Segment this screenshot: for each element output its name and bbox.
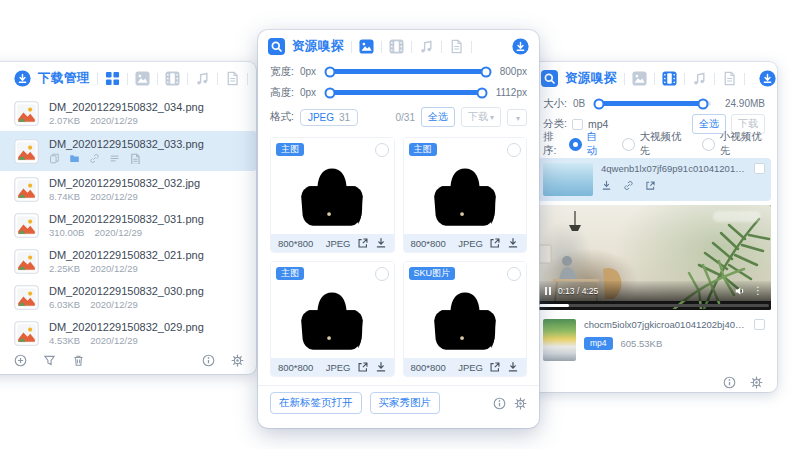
download-icon[interactable]	[375, 237, 387, 249]
size-max: 24.90MB	[725, 98, 765, 109]
open-external-icon[interactable]	[489, 361, 501, 373]
plus-circle-icon[interactable]	[14, 354, 27, 367]
more-vertical-icon[interactable]: ⋮	[753, 286, 763, 296]
slider-handle-min[interactable]	[325, 66, 336, 77]
sort-auto-radio[interactable]	[569, 138, 582, 151]
sort-row: 排序: 自动 大视频优先 小视频优先	[531, 134, 777, 154]
download-circle-icon[interactable]	[512, 38, 529, 55]
open-folder-icon[interactable]	[69, 153, 80, 164]
buyer-show-button[interactable]: 买家秀图片	[370, 392, 441, 414]
filter-icon[interactable]	[43, 354, 56, 367]
list-icon[interactable]	[109, 153, 120, 164]
file-size: 2.25KB	[49, 263, 80, 274]
download-manager-footer	[0, 349, 256, 374]
info-icon[interactable]	[493, 397, 506, 410]
select-all-button[interactable]: 全选	[421, 107, 455, 127]
collapse-button[interactable]: ▾	[507, 109, 527, 126]
panel-title: 资源嗅探	[292, 38, 344, 55]
image-card[interactable]: 主图 800*800 JPEG	[403, 137, 528, 253]
width-slider[interactable]	[330, 69, 486, 74]
music-tab-icon[interactable]	[419, 39, 434, 54]
video-tab-icon[interactable]	[389, 39, 404, 54]
file-row[interactable]: DM_20201229150832_034.png 2.07KB2020/12/…	[0, 95, 256, 131]
grid-view-icon[interactable]	[105, 71, 120, 86]
file-row-selected[interactable]: DM_20201229150832_033.png	[0, 131, 256, 171]
settings-icon[interactable]	[514, 397, 527, 410]
video-player[interactable]: 0:13 / 4:25 ⋮	[537, 205, 771, 310]
trash-icon[interactable]	[72, 354, 85, 367]
format-value: JPEG	[308, 112, 334, 123]
height-max: 1112px	[496, 87, 527, 98]
card-checkbox[interactable]	[507, 143, 521, 157]
link-icon[interactable]	[89, 153, 100, 164]
size-slider[interactable]	[599, 101, 711, 106]
video-checkbox[interactable]	[754, 319, 765, 330]
file-row[interactable]: DM_20201229150832_032.jpg 8.74KB2020/12/…	[0, 171, 256, 207]
file-date: 2020/12/29	[90, 115, 138, 126]
document-tab-icon[interactable]	[722, 71, 737, 86]
format-chip[interactable]: JPEG 31	[300, 109, 358, 126]
image-format: JPEG	[326, 362, 351, 373]
height-slider[interactable]	[330, 90, 482, 95]
image-thumbnail-icon	[14, 249, 39, 274]
video-list-item-selected[interactable]: 4qwenb1lx07jf69p91c01041201lzx0e0...	[537, 158, 771, 201]
file-row[interactable]: DM_20201229150832_031.png 310.00B2020/12…	[0, 207, 256, 243]
link-icon[interactable]	[623, 180, 634, 191]
download-icon[interactable]	[507, 361, 519, 373]
sort-small-first-radio[interactable]	[702, 138, 715, 151]
image-card[interactable]: 主图 800*800 JPEG	[270, 137, 395, 253]
download-icon[interactable]	[601, 180, 612, 191]
image-card[interactable]: SKU图片 800*800 JPEG	[403, 261, 528, 377]
video-tab-icon[interactable]	[662, 71, 677, 86]
file-row[interactable]: DM_20201229150832_030.png 6.03KB2020/12/…	[0, 279, 256, 315]
video-checkbox[interactable]	[754, 163, 765, 174]
slider-handle-min[interactable]	[325, 87, 336, 98]
image-tab-icon[interactable]	[359, 39, 374, 54]
file-date: 2020/12/29	[90, 299, 138, 310]
pause-icon[interactable]	[545, 287, 551, 295]
video-preview[interactable]: 0:13 / 4:25 ⋮	[537, 205, 771, 301]
image-format: JPEG	[458, 362, 483, 373]
slider-handle-max[interactable]	[698, 98, 709, 109]
open-new-tab-button[interactable]: 在新标签页打开	[270, 392, 362, 414]
open-external-icon[interactable]	[645, 180, 656, 191]
image-thumbnail-icon	[14, 285, 39, 310]
settings-icon[interactable]	[750, 376, 763, 389]
video-list-item[interactable]: chocm5iolx07jgkicroa01041202bj40e0... mp…	[537, 314, 771, 366]
card-checkbox[interactable]	[375, 143, 389, 157]
info-icon[interactable]	[723, 376, 736, 389]
card-checkbox[interactable]	[507, 267, 521, 281]
open-external-icon[interactable]	[489, 237, 501, 249]
file-row[interactable]: DM_20201229150832_021.png 2.25KB2020/12/…	[0, 243, 256, 279]
download-circle-icon[interactable]	[14, 70, 31, 87]
file-row[interactable]: DM_20201229150832_029.png 4.53KB2020/12/…	[0, 315, 256, 351]
file-info-icon[interactable]	[129, 153, 140, 164]
slider-handle-max[interactable]	[476, 87, 487, 98]
music-tab-icon[interactable]	[692, 71, 707, 86]
copy-icon[interactable]	[49, 153, 60, 164]
mp4-checkbox[interactable]	[572, 119, 583, 130]
image-card[interactable]: 主图 800*800 JPEG	[270, 261, 395, 377]
download-icon[interactable]	[375, 361, 387, 373]
volume-icon[interactable]	[734, 285, 746, 297]
slider-handle-max[interactable]	[480, 66, 491, 77]
document-tab-icon[interactable]	[449, 39, 464, 54]
download-circle-icon[interactable]	[759, 70, 776, 87]
card-checkbox[interactable]	[375, 267, 389, 281]
music-filter-icon[interactable]	[195, 71, 210, 86]
divider	[411, 41, 412, 53]
info-icon[interactable]	[202, 354, 215, 367]
open-external-icon[interactable]	[357, 361, 369, 373]
sort-big-first-radio[interactable]	[622, 138, 635, 151]
video-filter-icon[interactable]	[165, 71, 180, 86]
settings-icon[interactable]	[231, 354, 244, 367]
image-tab-icon[interactable]	[632, 71, 647, 86]
download-icon[interactable]	[507, 237, 519, 249]
download-dropdown-button[interactable]: 下载▾	[461, 107, 501, 127]
slider-handle-min[interactable]	[594, 98, 605, 109]
document-filter-icon[interactable]	[225, 71, 240, 86]
desktop: 下载管理 DM_20201229150832_034.png 2.07KB202…	[0, 0, 800, 449]
divider	[127, 73, 128, 85]
open-external-icon[interactable]	[357, 237, 369, 249]
image-filter-icon[interactable]	[135, 71, 150, 86]
